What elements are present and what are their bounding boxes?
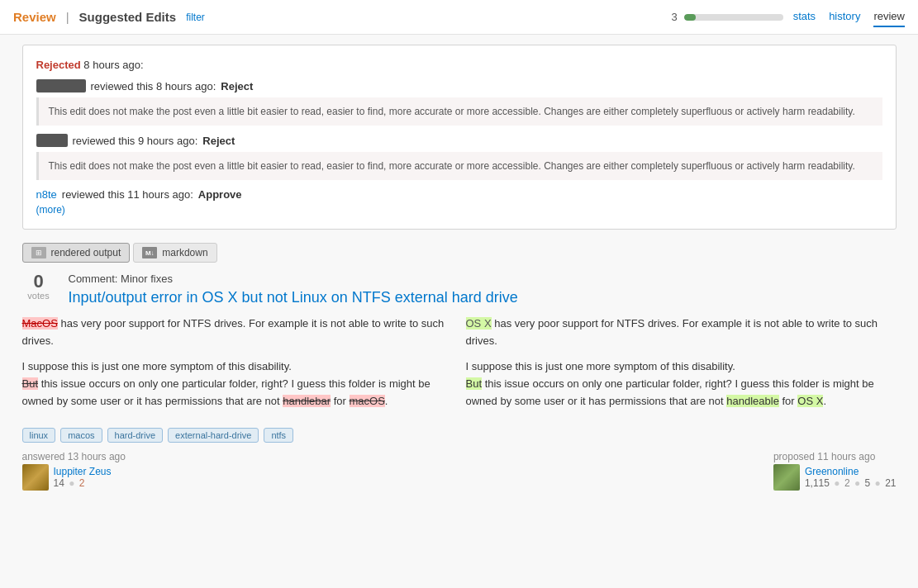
markdown-label: markdown — [162, 247, 207, 258]
reviewer-2-reason: This edit does not make the post even a … — [36, 152, 882, 180]
post-header: 0 votes Comment: Minor fixes Input/outpu… — [22, 273, 897, 307]
post-meta: Comment: Minor fixes Input/output error … — [69, 273, 897, 307]
nav-review[interactable]: review — [873, 7, 905, 27]
header-divider: | — [66, 10, 69, 24]
answerer-rep: 14 ● 2 — [54, 477, 112, 489]
progress-bar — [684, 14, 783, 21]
progress-area: 3 — [671, 11, 782, 23]
review-status-line: Rejected 8 hours ago: — [36, 59, 882, 71]
vote-label: votes — [22, 291, 55, 301]
diff-left: MacOS has very poor support for NTFS dri… — [22, 315, 453, 418]
nav-stats[interactable]: stats — [793, 7, 816, 27]
del-macos: MacOS — [22, 317, 58, 330]
review-link[interactable]: Review — [13, 10, 56, 24]
proposer-bullet3: ● — [875, 477, 881, 489]
del-but: But — [22, 377, 39, 390]
reviewer-3-time: reviewed this 11 hours ago: — [62, 188, 193, 201]
proposer-info: Greenonline 1,115 ● 2 ● 5 ● 21 — [805, 466, 897, 489]
proposer-bullet1: ● — [834, 477, 840, 489]
answerer-info: Iuppiter Zeus 14 ● 2 — [54, 466, 112, 489]
reviewer-2-time: reviewed this 9 hours ago: — [73, 135, 198, 147]
progress-count: 3 — [671, 11, 677, 23]
ins-but: But — [466, 377, 483, 390]
tag-ntfs[interactable]: ntfs — [264, 428, 293, 443]
main-content: Rejected 8 hours ago: reviewed this 8 ho… — [9, 35, 910, 500]
nav-history[interactable]: history — [829, 7, 860, 27]
diff-left-para1-after: has very poor support for NTFS drives. F… — [22, 317, 445, 347]
diff-right-para2: I suppose this is just one more symptom … — [466, 358, 897, 410]
answerer-name[interactable]: Iuppiter Zeus — [54, 466, 112, 477]
toggle-row: ⊞ rendered output M↓ markdown — [22, 243, 897, 263]
reviewer-1-avatar — [36, 79, 86, 92]
answered-section: answered 13 hours ago Iuppiter Zeus 14 ●… — [22, 451, 126, 491]
diff-right: OS X has very poor support for NTFS driv… — [466, 315, 897, 418]
proposer-avatar — [773, 464, 800, 491]
proposer-extra: 21 — [885, 477, 896, 489]
rejected-time: 8 hours ago: — [83, 59, 143, 71]
comment-line: Comment: Minor fixes — [69, 273, 897, 285]
answerer-bullet: ● — [69, 477, 74, 489]
markdown-icon: M↓ — [142, 247, 157, 258]
tag-linux[interactable]: linux — [22, 428, 56, 443]
reviewer-row-3: n8te reviewed this 11 hours ago: Approve — [36, 188, 882, 201]
proposer-name[interactable]: Greenonline — [805, 466, 859, 477]
tags-row: linux macos hard-drive external-hard-dri… — [22, 428, 897, 443]
proposed-block: proposed 11 hours ago Greenonline 1,115 … — [773, 451, 897, 491]
diff-right-para1-after: has very poor support for NTFS drives. F… — [466, 317, 878, 347]
reviewer-1-reason: This edit does not make the post even a … — [36, 97, 882, 126]
ins-osx: OS X — [466, 317, 492, 330]
proposer-bronze-num: 5 — [865, 477, 871, 489]
tag-external-hard-drive[interactable]: external-hard-drive — [168, 428, 259, 443]
post-title[interactable]: Input/output error in OS X but not Linux… — [69, 289, 518, 306]
answerer-rep-num: 14 — [54, 477, 64, 489]
reviewer-2-action: Reject — [202, 135, 235, 147]
page-title: Suggested Edits — [79, 10, 177, 24]
rejected-label: Rejected — [36, 59, 81, 71]
proposer-rep: 1,115 ● 2 ● 5 ● 21 — [805, 477, 897, 489]
rendered-output-button[interactable]: ⊞ rendered output — [22, 243, 131, 263]
proposer-avatar-img — [773, 464, 800, 491]
filter-link[interactable]: filter — [186, 12, 205, 23]
answerer-avatar-img — [22, 464, 49, 491]
reviewer-1-action: Reject — [221, 80, 253, 92]
reviewer-3-name[interactable]: n8te — [36, 188, 57, 201]
diff-left-para1: MacOS has very poor support for NTFS dri… — [22, 315, 453, 350]
reviewer-3-action: Approve — [198, 188, 242, 201]
more-link[interactable]: (more) — [36, 204, 65, 216]
answered-time: answered 13 hours ago — [22, 451, 126, 462]
proposer-bullet2: ● — [854, 477, 860, 489]
proposer-rep-num: 1,115 — [805, 477, 830, 489]
user-info-row: answered 13 hours ago Iuppiter Zeus 14 ●… — [22, 451, 897, 491]
proposed-section: proposed 11 hours ago Greenonline 1,115 … — [773, 451, 897, 491]
proposer-silver: 2 — [844, 477, 850, 489]
answered-block: answered 13 hours ago Iuppiter Zeus 14 ●… — [22, 451, 126, 491]
vote-count: 0 — [22, 273, 55, 291]
del-handlebar: handlebar — [283, 395, 331, 407]
rendered-output-label: rendered output — [51, 247, 121, 258]
markdown-button[interactable]: M↓ markdown — [133, 243, 216, 263]
reviewer-1-time: reviewed this 8 hours ago: — [91, 80, 216, 92]
answerer-bronze: 2 — [79, 477, 85, 489]
ins-osx2: OS X — [797, 395, 823, 407]
tag-hard-drive[interactable]: hard-drive — [107, 428, 164, 443]
reviewer-row-2: reviewed this 9 hours ago: Reject — [36, 134, 882, 147]
reviewer-row-1: reviewed this 8 hours ago: Reject — [36, 79, 882, 92]
diff-right-para1: OS X has very poor support for NTFS driv… — [466, 315, 897, 350]
page-header: Review | Suggested Edits filter 3 stats … — [0, 0, 918, 35]
diff-container: MacOS has very poor support for NTFS dri… — [22, 315, 897, 418]
reviewer-2-avatar — [36, 134, 68, 147]
review-box: Rejected 8 hours ago: reviewed this 8 ho… — [22, 45, 897, 230]
del-macos2: macOS — [350, 395, 385, 407]
diff-left-para2: I suppose this is just one more symptom … — [22, 358, 453, 410]
answerer-avatar — [22, 464, 49, 491]
header-nav: stats history review — [793, 7, 905, 27]
progress-fill — [684, 14, 696, 21]
ins-handleable: handleable — [726, 395, 779, 407]
tag-macos[interactable]: macos — [60, 428, 102, 443]
rendered-output-icon: ⊞ — [31, 247, 46, 258]
proposed-time: proposed 11 hours ago — [773, 451, 875, 462]
vote-area: 0 votes — [22, 273, 55, 301]
